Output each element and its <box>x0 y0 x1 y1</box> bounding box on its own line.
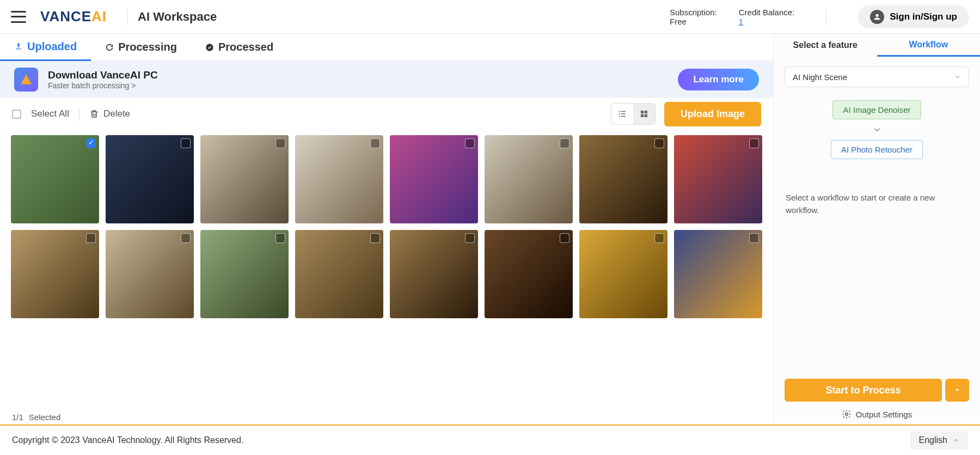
thumbnail[interactable] <box>579 135 667 223</box>
workflow-step-2[interactable]: AI Photo Retoucher <box>831 140 923 159</box>
workflow-select[interactable]: AI Night Scene <box>785 66 969 87</box>
thumbnail[interactable] <box>485 135 573 223</box>
right-panel: Select a feature Workflow AI Night Scene… <box>773 34 980 424</box>
thumbnail[interactable] <box>579 230 667 318</box>
thumbnail[interactable] <box>11 230 99 318</box>
thumbnail[interactable] <box>390 135 478 223</box>
tab-select-feature[interactable]: Select a feature <box>774 34 877 57</box>
tab-workflow[interactable]: Workflow <box>877 34 981 57</box>
thumbnail-checkbox[interactable] <box>560 138 569 148</box>
thumbnail[interactable] <box>295 135 383 223</box>
thumbnail-checkbox[interactable] <box>181 138 191 148</box>
svg-point-2 <box>206 44 213 51</box>
thumbnail-image <box>295 135 383 223</box>
thumbnail[interactable] <box>674 230 762 318</box>
menu-icon[interactable] <box>11 11 26 23</box>
thumbnail-image <box>200 230 289 318</box>
thumbnail[interactable] <box>200 230 289 318</box>
thumbnail-checkbox[interactable] <box>654 233 664 243</box>
output-settings-button[interactable]: Output Settings <box>785 409 969 419</box>
thumbnail[interactable] <box>11 135 99 223</box>
language-label: English <box>919 435 947 445</box>
tab-label: Processing <box>118 41 177 53</box>
thumbnail-image <box>11 135 99 223</box>
chevron-down-icon <box>872 125 882 135</box>
thumbnail-image <box>106 135 194 223</box>
thumbnail-checkbox[interactable] <box>370 233 380 243</box>
upload-icon <box>14 42 23 51</box>
promo-banner: Download VanceAI PC Faster batch process… <box>0 61 773 98</box>
tab-label: Uploaded <box>27 40 77 53</box>
signin-button[interactable]: Sign in/Sign up <box>858 5 969 28</box>
select-value: AI Night Scene <box>793 72 847 82</box>
start-process-button[interactable]: Start to Process <box>785 379 942 402</box>
selected-label: Selected <box>29 412 60 422</box>
footer: Copyright © 2023 VanceAI Technology. All… <box>0 424 980 455</box>
language-selector[interactable]: English <box>910 431 968 450</box>
thumbnail-checkbox[interactable] <box>370 138 380 148</box>
workflow-step-1[interactable]: AI Image Denoiser <box>832 100 921 119</box>
upload-button[interactable]: Upload Image <box>664 102 761 126</box>
thumbnail-checkbox[interactable] <box>275 138 285 148</box>
main: Uploaded Processing Processed Download V… <box>0 34 980 424</box>
thumbnail-image <box>106 230 194 318</box>
thumbnail-image <box>485 135 573 223</box>
thumbnail-checkbox[interactable] <box>86 138 96 148</box>
svg-point-8 <box>619 116 620 117</box>
delete-label: Delete <box>103 108 130 119</box>
promo-subtitle[interactable]: Faster batch processing > <box>48 81 668 90</box>
learn-more-button[interactable]: Learn more <box>678 69 759 90</box>
thumbnail-image <box>11 230 99 318</box>
thumbnail[interactable] <box>106 135 194 223</box>
svg-point-6 <box>619 113 620 114</box>
header-right: Subscription: Free Credit Balance: 1 Sig… <box>670 5 969 28</box>
copyright: Copyright © 2023 VanceAI Technology. All… <box>12 435 243 445</box>
process-dropdown-button[interactable] <box>945 379 969 402</box>
thumbnail[interactable] <box>674 135 762 223</box>
thumbnail-checkbox[interactable] <box>654 138 664 148</box>
header: VANCEAI AI Workspace Subscription: Free … <box>0 0 980 34</box>
subscription-label: Subscription: <box>670 8 717 17</box>
delete-button[interactable]: Delete <box>89 108 130 119</box>
thumbnail-checkbox[interactable] <box>560 233 569 243</box>
thumbnail-checkbox[interactable] <box>181 233 191 243</box>
workflow-hint: Select a workflow to start or create a n… <box>774 159 980 216</box>
tab-processing[interactable]: Processing <box>91 34 191 61</box>
right-tabs: Select a feature Workflow <box>774 34 980 57</box>
tabs: Uploaded Processing Processed <box>0 34 773 61</box>
thumbnail-image <box>390 230 478 318</box>
refresh-icon <box>105 43 114 52</box>
svg-rect-5 <box>621 111 626 112</box>
thumbnail[interactable] <box>485 230 573 318</box>
svg-marker-3 <box>21 74 32 84</box>
grid-view-button[interactable] <box>633 104 655 124</box>
thumbnail-checkbox[interactable] <box>465 233 475 243</box>
thumbnail[interactable] <box>200 135 289 223</box>
thumbnail-checkbox[interactable] <box>275 233 285 243</box>
workflow-steps: AI Image Denoiser AI Photo Retoucher <box>774 100 980 159</box>
thumbnail[interactable] <box>390 230 478 318</box>
logo[interactable]: VANCEAI <box>40 8 107 25</box>
thumbnail-checkbox[interactable] <box>749 233 759 243</box>
thumbnail-image <box>674 135 762 223</box>
left-panel: Uploaded Processing Processed Download V… <box>0 34 773 424</box>
logo-suffix: AI <box>91 8 107 25</box>
trash-icon <box>89 109 99 119</box>
tab-processed[interactable]: Processed <box>191 34 287 61</box>
check-circle-icon <box>205 43 214 52</box>
thumbnail-checkbox[interactable] <box>465 138 475 148</box>
select-all-label[interactable]: Select All <box>31 108 69 119</box>
thumbnail[interactable] <box>106 230 194 318</box>
promo-text: Download VanceAI PC Faster batch process… <box>48 69 668 90</box>
thumbnail-checkbox[interactable] <box>749 138 759 148</box>
credit-value[interactable]: 1 <box>739 17 795 26</box>
svg-rect-7 <box>621 113 626 114</box>
select-all-checkbox[interactable] <box>12 110 21 119</box>
logo-main: VANCE <box>40 8 91 25</box>
thumbnail[interactable] <box>295 230 383 318</box>
list-view-button[interactable] <box>611 104 633 124</box>
thumbnail-image <box>579 135 667 223</box>
tab-uploaded[interactable]: Uploaded <box>0 34 91 61</box>
thumbnail-checkbox[interactable] <box>86 233 96 243</box>
process-row: Start to Process <box>785 379 969 402</box>
